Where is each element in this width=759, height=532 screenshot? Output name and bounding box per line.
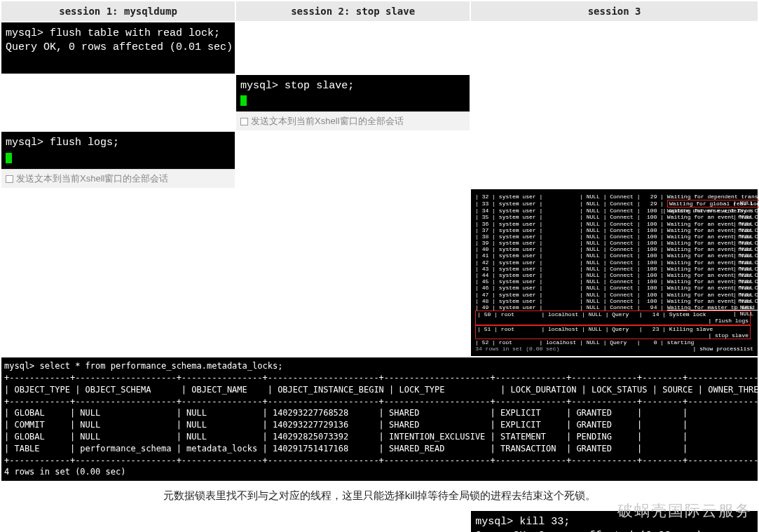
xshell-broadcast-bar: 发送文本到当前Xshell窗口的全部会话 (1, 169, 235, 188)
terminal-s1-flush-logs: mysql> flush logs; (1, 132, 235, 169)
cursor-icon (6, 153, 12, 163)
terminal-s3-processlist: | 32 | system user | | NULL | Connect | … (471, 189, 758, 357)
terminal-s3-kill: mysql> kill 33; Query OK, 0 rows affecte… (471, 511, 758, 532)
terminal-s1-flush-table: mysql> flush table with read lock; Query… (1, 22, 235, 74)
layout-table: session 1: mysqldump session 2: stop sla… (0, 0, 759, 532)
cursor-icon (240, 95, 247, 106)
explanation-text: 元数据锁表里找不到与之对应的线程，这里只能选择kill掉等待全局锁的进程去结束这… (1, 482, 758, 510)
terminal-metadata-locks: mysql> select * from performance_schema.… (1, 357, 758, 481)
checkbox-icon[interactable] (240, 118, 248, 125)
terminal-s2-stop-slave: mysql> stop slave; (236, 75, 470, 112)
header-session1: session 1: mysqldump (1, 1, 235, 22)
xshell-broadcast-bar: 发送文本到当前Xshell窗口的全部会话 (236, 111, 470, 130)
header-session3: session 3 (470, 1, 758, 22)
checkbox-icon[interactable] (6, 175, 13, 183)
header-session2: session 2: stop slave (235, 1, 470, 22)
